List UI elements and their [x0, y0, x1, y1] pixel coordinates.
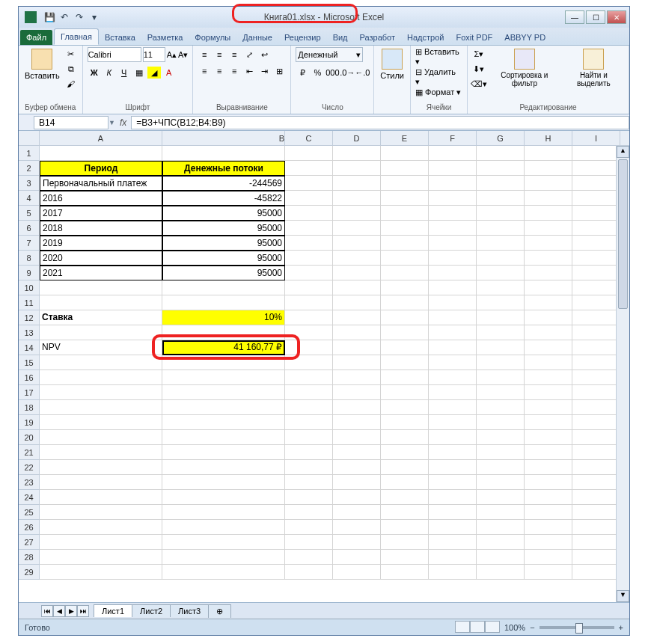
cell-b3[interactable]: -244569 — [162, 176, 285, 191]
sheet-tab-2[interactable]: Лист2 — [132, 604, 171, 617]
increase-font-icon[interactable]: A▴ — [167, 50, 177, 60]
tab-view[interactable]: Вид — [327, 30, 354, 45]
fx-icon[interactable]: fx — [120, 117, 126, 128]
indent-increase-icon[interactable]: ⇥ — [257, 65, 271, 77]
tab-layout[interactable]: Разметка — [141, 30, 189, 45]
border-button[interactable]: ▦ — [132, 67, 146, 79]
row-header-11[interactable]: 11 — [19, 295, 39, 310]
fill-icon[interactable]: ⬇▾ — [472, 62, 486, 76]
tab-home[interactable]: Главная — [54, 28, 99, 45]
cell-b6[interactable]: 95000 — [162, 221, 285, 236]
row-header-14[interactable]: 14 — [19, 340, 39, 355]
row-header-27[interactable]: 27 — [19, 535, 39, 550]
increase-decimal-icon[interactable]: .0→ — [340, 67, 354, 79]
sheet-nav-first-icon[interactable]: ⏮ — [41, 605, 53, 617]
tab-foxit[interactable]: Foxit PDF — [450, 30, 498, 45]
find-select-button[interactable]: Найти и выделить — [563, 47, 624, 89]
maximize-button[interactable]: ☐ — [586, 10, 605, 24]
delete-cells-button[interactable]: ⊟ Удалить ▾ — [415, 67, 462, 87]
number-format-dropdown[interactable]: Денежный▾ — [296, 47, 363, 62]
zoom-out-icon[interactable]: − — [530, 623, 534, 632]
col-header-f[interactable]: F — [429, 131, 477, 145]
italic-button[interactable]: К — [103, 67, 116, 79]
cell-a5[interactable]: 2017 — [40, 206, 162, 221]
row-header-21[interactable]: 21 — [19, 445, 39, 460]
grid[interactable]: ПериодДенежные потоки Первоначальный пла… — [40, 146, 629, 580]
zoom-in-icon[interactable]: + — [619, 623, 623, 632]
insert-cells-button[interactable]: ⊞ Вставить ▾ — [415, 47, 462, 67]
cut-icon[interactable]: ✂ — [64, 47, 78, 61]
row-header-26[interactable]: 26 — [19, 520, 39, 535]
row-header-29[interactable]: 29 — [19, 565, 39, 580]
cell-b2[interactable]: Денежные потоки — [162, 161, 285, 176]
col-header-b[interactable]: B — [162, 131, 285, 145]
tab-addins[interactable]: Надстрой — [401, 30, 450, 45]
row-header-10[interactable]: 10 — [19, 280, 39, 295]
save-icon[interactable]: 💾 — [43, 10, 56, 24]
row-header-2[interactable]: 2 — [19, 161, 39, 176]
bold-button[interactable]: Ж — [88, 67, 101, 79]
cell-a2[interactable]: Период — [40, 161, 162, 176]
currency-button[interactable]: ₽ — [296, 67, 309, 79]
row-header-1[interactable]: 1 — [19, 146, 39, 161]
scroll-up-icon[interactable]: ▲ — [617, 146, 629, 158]
undo-icon[interactable]: ↶ — [58, 10, 71, 24]
row-header-6[interactable]: 6 — [19, 221, 39, 236]
cell-a14[interactable]: NPV — [40, 340, 162, 355]
clear-icon[interactable]: ⌫▾ — [472, 77, 486, 91]
col-header-c[interactable]: C — [285, 131, 333, 145]
close-button[interactable]: ✕ — [607, 10, 626, 24]
row-header-15[interactable]: 15 — [19, 355, 39, 370]
col-header-d[interactable]: D — [333, 131, 381, 145]
row-header-12[interactable]: 12 — [19, 310, 39, 325]
fill-color-button[interactable]: ◢ — [147, 67, 161, 79]
tab-data[interactable]: Данные — [236, 30, 278, 45]
cell-b8[interactable]: 95000 — [162, 251, 285, 266]
cell-b9[interactable]: 95000 — [162, 266, 285, 280]
tab-insert[interactable]: Вставка — [99, 30, 141, 45]
cell-a8[interactable]: 2020 — [40, 251, 162, 266]
namebox-dropdown-icon[interactable]: ▼ — [108, 119, 115, 126]
view-buttons[interactable] — [455, 621, 500, 634]
redo-icon[interactable]: ↷ — [73, 10, 86, 24]
merge-button[interactable]: ⊞ — [272, 65, 286, 77]
font-color-button[interactable]: A — [162, 67, 176, 79]
vertical-scrollbar[interactable]: ▲ ▼ — [616, 146, 629, 602]
col-header-h[interactable]: H — [525, 131, 572, 145]
cell-b5[interactable]: 95000 — [162, 206, 285, 221]
row-header-5[interactable]: 5 — [19, 206, 39, 221]
sheet-tab-1[interactable]: Лист1 — [94, 604, 132, 617]
cell-a6[interactable]: 2018 — [40, 221, 162, 236]
col-header-g[interactable]: G — [477, 131, 525, 145]
tab-file[interactable]: Файл — [20, 30, 52, 45]
paste-button[interactable]: Вставить — [23, 47, 61, 82]
format-cells-button[interactable]: ▦ Формат ▾ — [415, 88, 461, 97]
sheet-tab-3[interactable]: Лист3 — [170, 604, 209, 617]
tab-review[interactable]: Рецензир — [278, 30, 327, 45]
font-name-input[interactable] — [88, 47, 141, 62]
row-header-13[interactable]: 13 — [19, 325, 39, 340]
row-header-19[interactable]: 19 — [19, 415, 39, 430]
col-header-i[interactable]: I — [572, 131, 620, 145]
col-header-e[interactable]: E — [381, 131, 429, 145]
row-header-22[interactable]: 22 — [19, 460, 39, 475]
format-painter-icon[interactable]: 🖌 — [64, 77, 78, 91]
decrease-font-icon[interactable]: A▾ — [178, 50, 188, 60]
qat-dropdown-icon[interactable]: ▾ — [88, 10, 101, 24]
percent-button[interactable]: % — [311, 67, 324, 79]
minimize-button[interactable]: — — [565, 10, 584, 24]
align-center-icon[interactable]: ≡ — [213, 65, 226, 77]
row-header-25[interactable]: 25 — [19, 505, 39, 520]
cell-a12[interactable]: Ставка — [40, 310, 162, 325]
tab-developer[interactable]: Разработ — [354, 30, 401, 45]
scroll-thumb[interactable] — [618, 159, 628, 309]
scroll-down-icon[interactable]: ▼ — [617, 590, 629, 602]
align-bottom-icon[interactable]: ≡ — [227, 49, 241, 61]
formula-bar[interactable]: =B3+ЧПС(B12;B4:B9) — [131, 116, 629, 129]
wrap-text-icon[interactable]: ↩ — [257, 49, 271, 61]
underline-button[interactable]: Ч — [117, 67, 131, 79]
align-middle-icon[interactable]: ≡ — [213, 49, 226, 61]
new-sheet-button[interactable]: ⊕ — [208, 604, 231, 618]
cell-a3[interactable]: Первоначальный платеж — [40, 176, 162, 191]
cell-b4[interactable]: -45822 — [162, 191, 285, 206]
